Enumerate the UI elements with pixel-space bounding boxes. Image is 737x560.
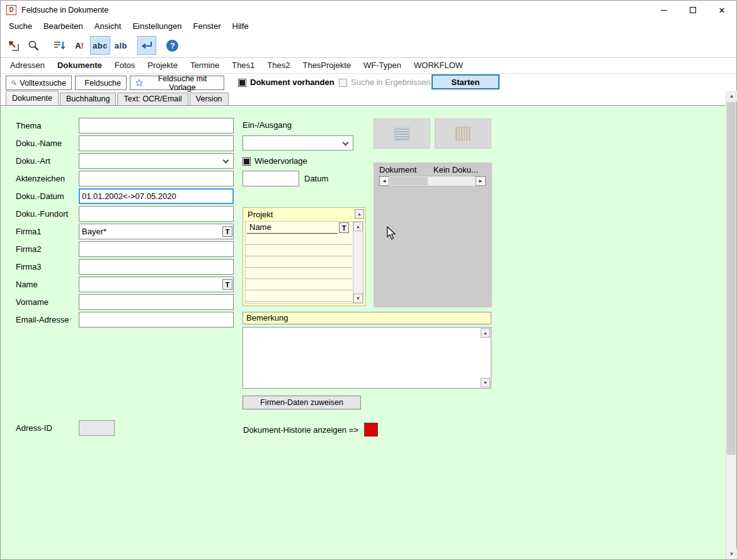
menu-suche[interactable]: Suche xyxy=(3,20,38,33)
firma2-label: Firma2 xyxy=(16,241,41,257)
window-controls: ✕ xyxy=(649,1,736,20)
doctab-text-ocr-email[interactable]: Text: OCR/Email xyxy=(117,93,188,105)
dokument-vorhanden-label: Dokument vorhanden xyxy=(250,78,334,87)
abc-toggle-button[interactable]: abc xyxy=(90,36,110,55)
preview-kein-dokument-header[interactable]: Kein Doku... xyxy=(433,164,478,175)
projekt-collapse-button[interactable]: ▲ xyxy=(355,209,364,219)
tab-projekte[interactable]: Projekte xyxy=(141,58,184,73)
scroll-down-button[interactable]: ▼ xyxy=(481,378,490,387)
bemerkung-textarea[interactable]: ▲ ▼ xyxy=(243,327,491,389)
feldsuche-button[interactable]: Feldsuche xyxy=(75,76,127,90)
projekt-scrollbar[interactable]: ▲ ▼ xyxy=(353,222,363,303)
scroll-down-button[interactable]: ▼ xyxy=(353,294,363,303)
vorname-input[interactable] xyxy=(79,294,234,310)
list-item[interactable] xyxy=(246,290,352,302)
tab-thesprojekte[interactable]: ThesProjekte xyxy=(296,58,357,73)
scroll-right-button[interactable]: ► xyxy=(476,176,486,186)
thema-input[interactable] xyxy=(79,118,234,134)
doctab-dokumente[interactable]: Dokumente xyxy=(6,91,59,105)
datum-input[interactable] xyxy=(243,171,299,186)
adress-id-input xyxy=(79,420,115,436)
star-icon xyxy=(135,79,143,87)
projekt-column-header[interactable]: Name xyxy=(247,222,338,234)
firma3-input[interactable] xyxy=(79,259,234,275)
doctab-version[interactable]: Version xyxy=(190,93,229,105)
list-item[interactable] xyxy=(246,279,352,290)
up-arrow-icon: ▲ xyxy=(356,224,360,229)
menu-einstellungen[interactable]: Einstellungen xyxy=(127,20,187,33)
tab-fotos[interactable]: Fotos xyxy=(108,58,142,73)
scroll-down-button[interactable]: ▼ xyxy=(726,549,737,559)
projekt-list: Name T ▲ ▼ xyxy=(245,221,363,304)
starten-button[interactable]: Starten xyxy=(431,74,500,89)
help-button[interactable]: ? xyxy=(163,36,182,55)
doku-datum-input[interactable] xyxy=(79,188,234,204)
sort-button[interactable]: A! xyxy=(70,36,89,55)
volltextsuche-button[interactable]: Volltextsuche xyxy=(6,76,72,90)
close-button[interactable]: ✕ xyxy=(707,1,736,20)
scroll-up-button[interactable]: ▲ xyxy=(353,222,363,231)
dokument-historie-button[interactable] xyxy=(364,423,378,437)
projekt-thesaurus-button[interactable]: T xyxy=(339,222,349,233)
email-adresse-input[interactable] xyxy=(79,312,234,328)
tab-wf-typen[interactable]: WF-Typen xyxy=(357,58,408,73)
main-vertical-scrollbar[interactable]: ▲ ▼ xyxy=(726,91,736,559)
tab-thes2[interactable]: Thes2 xyxy=(261,58,296,73)
form-row-doku-name: Doku.-Name xyxy=(16,135,243,151)
minimize-button[interactable] xyxy=(649,1,678,20)
projekt-title: Projekt xyxy=(248,209,273,220)
doku-name-input[interactable] xyxy=(79,135,234,151)
kein-dokument-image-button[interactable] xyxy=(435,118,491,149)
firma1-input[interactable] xyxy=(79,224,234,239)
scrollbar-thumb[interactable] xyxy=(727,102,736,455)
result-list-button[interactable] xyxy=(50,36,69,55)
maximize-button[interactable] xyxy=(678,1,707,20)
tab-thes1[interactable]: Thes1 xyxy=(226,58,261,73)
ein-ausgang-select[interactable] xyxy=(243,135,353,151)
doctab-buchhaltung[interactable]: Buchhaltung xyxy=(60,93,117,105)
doku-art-select[interactable] xyxy=(79,153,234,169)
scroll-up-button[interactable]: ▲ xyxy=(726,91,737,101)
firma1-thesaurus-button[interactable]: T xyxy=(222,226,232,237)
scroll-up-button[interactable]: ▲ xyxy=(481,328,490,338)
form-row-firma2: Firma2 xyxy=(16,241,243,257)
list-item[interactable] xyxy=(246,268,352,279)
suche-in-ergebnissen-checkbox: Suche in Ergebnissen xyxy=(339,77,430,88)
alb-toggle-button[interactable]: alb xyxy=(111,36,130,55)
firmen-daten-zuweisen-button[interactable]: Firmen-Daten zuweisen xyxy=(243,396,361,409)
vorname-label: Vorname xyxy=(16,294,49,310)
scroll-left-button[interactable]: ◄ xyxy=(379,176,389,186)
tab-dokumente[interactable]: Dokumente xyxy=(51,58,108,73)
form-content: Thema Doku.-Name Doku.-Art Aktenzeichen … xyxy=(1,105,736,559)
menu-bearbeiten[interactable]: Bearbeiten xyxy=(38,20,89,33)
dokument-image-button[interactable] xyxy=(374,118,430,149)
wiedervorlage-checkbox[interactable]: Wiedervorlage xyxy=(243,157,307,166)
no-document-thumbnail-icon xyxy=(455,127,471,140)
return-button[interactable] xyxy=(137,36,156,55)
jump-out-button[interactable] xyxy=(4,36,23,55)
menu-fenster[interactable]: Fenster xyxy=(187,20,226,33)
form-row-doku-datum: Doku.-Datum xyxy=(16,188,243,204)
dokument-vorhanden-checkbox[interactable]: Dokument vorhanden xyxy=(238,77,334,88)
list-item[interactable] xyxy=(246,245,352,256)
feldsuche-mit-vorlage-button[interactable]: Feldsuche mit Vorlage xyxy=(130,76,224,90)
name-input[interactable] xyxy=(79,277,234,292)
scrollbar-thumb[interactable] xyxy=(390,177,428,185)
doku-fundort-input[interactable] xyxy=(79,206,234,222)
aktenzeichen-input[interactable] xyxy=(79,171,234,186)
preview-horizontal-scrollbar[interactable]: ◄ ► xyxy=(379,176,486,186)
name-thesaurus-button[interactable]: T xyxy=(222,279,232,290)
firma2-input[interactable] xyxy=(79,241,234,257)
up-arrow-icon: ▲ xyxy=(357,212,362,216)
menu-ansicht[interactable]: Ansicht xyxy=(89,20,127,33)
list-item[interactable] xyxy=(246,256,352,268)
form-row-firma3: Firma3 xyxy=(16,259,243,275)
preview-dokument-header[interactable]: Dokument xyxy=(379,164,416,175)
list-item[interactable] xyxy=(246,234,352,245)
tab-termine[interactable]: Termine xyxy=(184,58,226,73)
menu-hilfe[interactable]: Hilfe xyxy=(227,20,254,33)
tab-workflow[interactable]: WORKFLOW xyxy=(408,58,469,73)
search-button[interactable] xyxy=(24,36,43,55)
tab-adressen[interactable]: Adressen xyxy=(4,58,51,73)
document-thumbnail-icon xyxy=(394,127,409,140)
